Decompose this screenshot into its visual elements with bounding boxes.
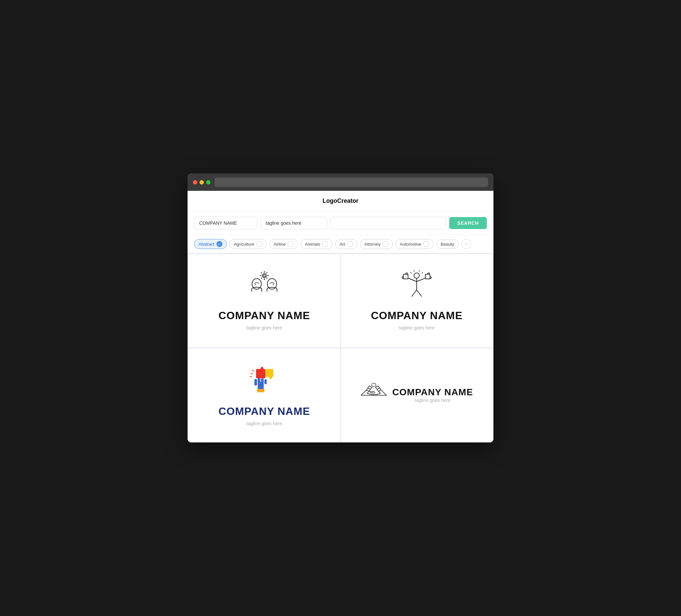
svg-rect-32: [264, 379, 267, 384]
filter-label: Agriculture: [234, 242, 254, 247]
logo-card-3[interactable]: COMPANY NAME tagline goes here: [188, 349, 340, 441]
svg-point-0: [262, 274, 266, 278]
filter-check-icon: ✓: [322, 241, 328, 247]
svg-rect-6: [261, 272, 262, 273]
logo-inner-1: COMPANY NAME tagline goes here: [219, 272, 310, 330]
svg-point-11: [255, 284, 256, 285]
logo-inner-3: COMPANY NAME tagline goes here: [219, 364, 310, 426]
keyword-input[interactable]: [330, 217, 446, 229]
filter-chip-agriculture[interactable]: Agriculture ✓: [229, 239, 267, 249]
filter-check-icon: ✓: [256, 241, 262, 247]
filter-next-button[interactable]: →: [461, 239, 471, 249]
filter-check-icon: ✓: [217, 241, 223, 247]
svg-line-23: [419, 270, 420, 272]
company-name-input[interactable]: [194, 217, 257, 229]
svg-point-14: [414, 273, 419, 278]
svg-rect-2: [264, 271, 265, 273]
svg-rect-30: [258, 378, 260, 385]
svg-rect-7: [266, 272, 267, 273]
svg-point-13: [273, 284, 274, 285]
svg-line-24: [410, 273, 412, 273]
filter-chip-abstract[interactable]: Abstract ✓: [194, 239, 227, 249]
browser-dots: [193, 180, 210, 184]
svg-rect-29: [254, 379, 257, 386]
filter-chip-attorney[interactable]: Attorney ✓: [360, 239, 393, 249]
app-title: LogoCreator: [323, 198, 358, 204]
filter-label: Airline: [274, 242, 286, 247]
svg-rect-31: [261, 378, 264, 384]
svg-rect-5: [267, 275, 269, 276]
filter-chip-art[interactable]: Art ✓: [335, 239, 357, 249]
filter-chip-beauty[interactable]: Beauty: [436, 240, 458, 249]
browser-chrome: [187, 174, 494, 191]
logo-4-company-name: COMPANY NAME: [393, 387, 473, 397]
svg-point-1: [263, 275, 266, 277]
logo-1-tagline: tagline goes here: [246, 325, 282, 330]
filter-chip-airline[interactable]: Airline ✓: [269, 239, 298, 249]
filter-check-icon: ✓: [423, 241, 429, 247]
logo-3-tagline: tagline goes here: [246, 421, 282, 426]
filter-label: Abstract: [199, 242, 215, 247]
colorful-puzzle-hand-icon: [248, 364, 281, 399]
logo-1-company-name: COMPANY NAME: [219, 309, 310, 322]
svg-rect-3: [264, 279, 265, 280]
logo-card-2[interactable]: COMPANY NAME tagline goes here: [341, 254, 493, 348]
svg-rect-20: [403, 274, 408, 279]
browser-window: LogoCreator SEARCH Abstract ✓ Agricultur…: [187, 174, 494, 442]
filter-check-icon: ✓: [382, 241, 388, 247]
logo-2-tagline: tagline goes here: [399, 325, 435, 330]
filter-label: Art: [339, 242, 345, 247]
filter-bar: Abstract ✓ Agriculture ✓ Airline ✓ Anima…: [187, 235, 494, 253]
logo-2-company-name: COMPANY NAME: [371, 309, 462, 322]
filter-check-icon: ✓: [347, 241, 353, 247]
logo-4-tagline: tagline goes here: [393, 397, 473, 403]
logo-card-4[interactable]: COMPANY NAME tagline goes here: [341, 349, 493, 441]
svg-line-22: [414, 270, 414, 272]
logo-inner-4: COMPANY NAME tagline goes here: [360, 383, 473, 407]
dot-close[interactable]: [193, 180, 197, 184]
svg-rect-9: [266, 277, 267, 279]
search-button[interactable]: SEARCH: [449, 217, 487, 229]
logo-3-company-name: COMPANY NAME: [219, 405, 310, 417]
svg-line-18: [412, 290, 417, 297]
puzzle-person-icon: [402, 272, 432, 303]
filter-label: Beauty: [440, 242, 454, 247]
svg-line-34: [251, 373, 253, 374]
filter-label: Animals: [305, 242, 320, 247]
svg-line-25: [422, 273, 423, 273]
svg-line-19: [417, 290, 422, 297]
svg-rect-21: [425, 274, 430, 279]
handshake-icon: [360, 383, 387, 404]
filter-chip-animals[interactable]: Animals ✓: [301, 239, 332, 249]
filter-check-icon: ✓: [287, 241, 294, 247]
svg-line-16: [408, 278, 417, 282]
svg-rect-33: [257, 389, 264, 392]
gears-heads-icon: [248, 272, 281, 303]
svg-rect-27: [266, 369, 273, 377]
url-bar[interactable]: [215, 178, 488, 187]
filter-label: Automotive: [400, 242, 421, 247]
svg-rect-26: [256, 369, 266, 378]
tagline-input[interactable]: [261, 217, 327, 229]
search-bar: SEARCH: [187, 211, 494, 235]
dot-minimize[interactable]: [200, 180, 204, 184]
svg-rect-4: [260, 275, 261, 276]
filter-label: Attorney: [364, 242, 380, 247]
dot-maximize[interactable]: [206, 180, 210, 184]
logo-4-text-group: COMPANY NAME tagline goes here: [393, 387, 473, 403]
logo-inner-2: COMPANY NAME tagline goes here: [371, 272, 462, 330]
svg-line-17: [417, 278, 425, 282]
logo-card-1[interactable]: COMPANY NAME tagline goes here: [188, 254, 340, 348]
logo-grid: COMPANY NAME tagline goes here: [187, 253, 494, 442]
svg-rect-8: [261, 277, 262, 279]
filter-chip-automotive[interactable]: Automotive ✓: [395, 239, 434, 249]
app-header: LogoCreator: [187, 191, 494, 211]
app-content: LogoCreator SEARCH Abstract ✓ Agricultur…: [187, 191, 494, 442]
svg-line-35: [252, 370, 254, 371]
